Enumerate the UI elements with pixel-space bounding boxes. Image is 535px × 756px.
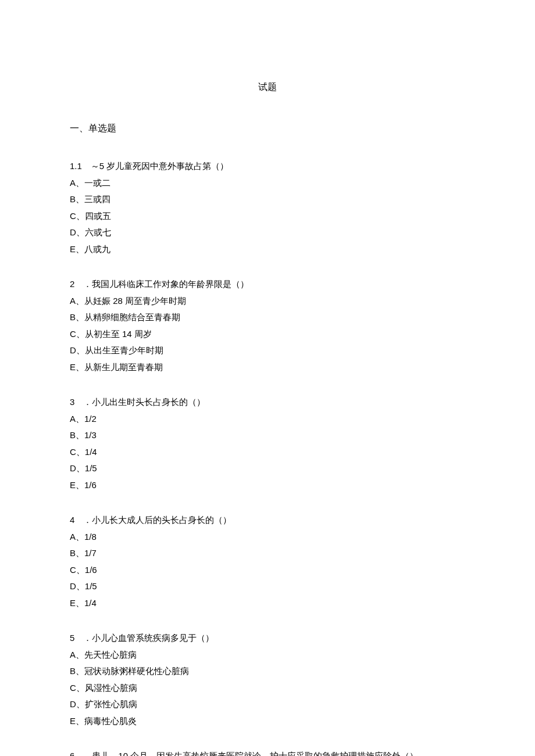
option-line: A、一或二 — [70, 175, 465, 192]
option-letter: B — [70, 430, 76, 440]
document-page: 试题 一、单选题 1.1 ～5 岁儿童死因中意外事故占第（）A、一或二B、三或四… — [0, 0, 535, 756]
option-line: C、1/4 — [70, 444, 465, 461]
document-title: 试题 — [70, 81, 465, 94]
question-block: 2 ．我国儿科临床工作对象的年龄界限是（）A、从妊娠 28 周至青少年时期B、从… — [70, 276, 465, 375]
option-text: 八或九 — [84, 244, 110, 254]
option-line: D、六或七 — [70, 224, 465, 241]
question-stem: ．患儿，10 个月。因发生高热惊厥来医院就诊，护士应采取的急救护理措施应除外（） — [83, 751, 418, 756]
question-text: 4 ．小儿长大成人后的头长占身长的（） — [70, 512, 465, 529]
option-line: A、从妊娠 28 周至青少年时期 — [70, 293, 465, 310]
option-line: D、扩张性心肌病 — [70, 696, 465, 713]
option-letter: B — [70, 548, 76, 558]
question-stem: ．小儿出生时头长占身长的（） — [83, 397, 205, 407]
question-number: 1.1 — [70, 161, 82, 171]
option-text: 六或七 — [85, 227, 111, 237]
option-line: C、从初生至 14 周岁 — [70, 326, 465, 343]
question-stem: ．小儿长大成人后的头长占身长的（） — [83, 515, 231, 525]
question-block: 6 ．患儿，10 个月。因发生高热惊厥来医院就诊，护士应采取的急救护理措施应除外… — [70, 748, 465, 756]
option-letter: B — [70, 666, 76, 676]
option-letter: E — [70, 716, 76, 726]
question-block: 4 ．小儿长大成人后的头长占身长的（）A、1/8B、1/7C、1/6D、1/5E… — [70, 512, 465, 611]
option-line: B、冠状动脉粥样硬化性心脏病 — [70, 663, 465, 680]
option-text: 1/7 — [84, 548, 97, 558]
option-letter: A — [70, 414, 76, 424]
option-line: C、风湿性心脏病 — [70, 680, 465, 697]
option-text: 1/3 — [84, 430, 97, 440]
option-letter: D — [70, 227, 76, 237]
option-text: 从初生至 14 周岁 — [85, 329, 152, 339]
option-letter: C — [70, 211, 76, 221]
question-text: 3 ．小儿出生时头长占身长的（） — [70, 394, 465, 411]
option-letter: A — [70, 178, 76, 188]
question-number: 4 — [70, 515, 74, 525]
option-text: 从新生儿期至青春期 — [84, 362, 163, 372]
option-line: B、1/3 — [70, 427, 465, 444]
option-line: D、1/5 — [70, 578, 465, 595]
option-letter: E — [70, 244, 76, 254]
option-text: 1/4 — [84, 598, 97, 608]
option-line: E、八或九 — [70, 241, 465, 258]
question-stem: ～5 岁儿童死因中意外事故占第（） — [91, 161, 229, 171]
option-letter: B — [70, 312, 76, 322]
option-line: A、1/2 — [70, 411, 465, 428]
option-text: 病毒性心肌炎 — [84, 716, 137, 726]
question-stem: ．小儿心血管系统疾病多见于（） — [83, 633, 214, 643]
question-block: 3 ．小儿出生时头长占身长的（）A、1/2B、1/3C、1/4D、1/5E、1/… — [70, 394, 465, 493]
option-text: 1/5 — [85, 581, 97, 591]
option-line: E、1/4 — [70, 595, 465, 612]
option-letter: D — [70, 581, 76, 591]
question-stem: ．我国儿科临床工作对象的年龄界限是（） — [83, 279, 249, 289]
option-line: B、从精卵细胞结合至青春期 — [70, 309, 465, 326]
option-line: A、1/8 — [70, 529, 465, 546]
question-block: 1.1 ～5 岁儿童死因中意外事故占第（）A、一或二B、三或四C、四或五D、六或… — [70, 158, 465, 257]
option-letter: E — [70, 362, 76, 372]
option-text: 1/4 — [85, 447, 97, 457]
option-letter: A — [70, 650, 76, 660]
option-text: 风湿性心脏病 — [85, 683, 137, 693]
question-text: 5 ．小儿心血管系统疾病多见于（） — [70, 630, 465, 647]
option-text: 冠状动脉粥样硬化性心脏病 — [84, 666, 189, 676]
option-letter: D — [70, 699, 76, 709]
questions-container: 1.1 ～5 岁儿童死因中意外事故占第（）A、一或二B、三或四C、四或五D、六或… — [70, 158, 465, 756]
question-text: 6 ．患儿，10 个月。因发生高热惊厥来医院就诊，护士应采取的急救护理措施应除外… — [70, 748, 465, 756]
option-text: 先天性心脏病 — [84, 650, 137, 660]
question-number: 2 — [70, 279, 74, 289]
option-text: 三或四 — [84, 194, 110, 204]
question-block: 5 ．小儿心血管系统疾病多见于（）A、先天性心脏病B、冠状动脉粥样硬化性心脏病C… — [70, 630, 465, 729]
question-number: 6 — [70, 751, 74, 756]
question-number: 3 — [70, 397, 74, 407]
section-heading: 一、单选题 — [70, 123, 465, 135]
option-letter: C — [70, 329, 76, 339]
option-text: 1/6 — [85, 565, 97, 575]
question-number: 5 — [70, 633, 74, 643]
option-line: E、病毒性心肌炎 — [70, 713, 465, 730]
option-line: E、从新生儿期至青春期 — [70, 359, 465, 376]
option-line: C、1/6 — [70, 562, 465, 579]
option-letter: C — [70, 447, 76, 457]
option-line: C、四或五 — [70, 208, 465, 225]
option-text: 一或二 — [84, 178, 110, 188]
option-line: B、三或四 — [70, 191, 465, 208]
question-text: 1.1 ～5 岁儿童死因中意外事故占第（） — [70, 158, 465, 175]
option-letter: A — [70, 532, 76, 542]
option-letter: B — [70, 194, 76, 204]
option-text: 从精卵细胞结合至青春期 — [84, 312, 180, 322]
option-line: D、1/5 — [70, 460, 465, 477]
option-letter: C — [70, 565, 76, 575]
option-text: 从出生至青少年时期 — [85, 345, 163, 355]
option-line: D、从出生至青少年时期 — [70, 342, 465, 359]
option-letter: E — [70, 598, 76, 608]
option-letter: D — [70, 463, 76, 473]
option-line: B、1/7 — [70, 545, 465, 562]
option-text: 1/6 — [84, 480, 97, 490]
option-text: 1/8 — [84, 532, 97, 542]
option-text: 1/5 — [85, 463, 97, 473]
option-letter: A — [70, 296, 76, 306]
option-text: 1/2 — [84, 414, 97, 424]
option-letter: E — [70, 480, 76, 490]
option-text: 四或五 — [85, 211, 111, 221]
option-text: 扩张性心肌病 — [85, 699, 137, 709]
question-text: 2 ．我国儿科临床工作对象的年龄界限是（） — [70, 276, 465, 293]
option-text: 从妊娠 28 周至青少年时期 — [84, 296, 186, 306]
option-letter: D — [70, 345, 76, 355]
